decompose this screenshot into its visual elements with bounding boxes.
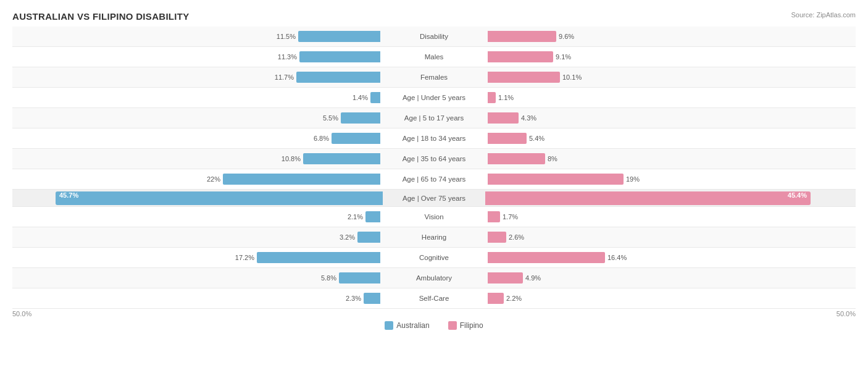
row-label: Cognitive (383, 254, 485, 261)
row-label: Vision (383, 213, 485, 220)
table-row: 1.4%Age | Under 5 years1.1% (12, 88, 856, 108)
row-label: Males (383, 53, 485, 61)
row-label: Age | 18 to 34 years (383, 135, 485, 142)
row-label: Age | Under 5 years (383, 94, 485, 101)
australian-color-box (385, 321, 393, 330)
row-label: Age | 5 to 17 years (383, 114, 485, 122)
chart-area: 11.5%Disability9.6%11.3%Males9.1%11.7%Fe… (12, 27, 856, 309)
table-row: 10.8%Age | 35 to 64 years8% (12, 149, 856, 169)
table-row: 11.3%Males9.1% (12, 47, 856, 67)
legend: Australian Filipino (12, 321, 856, 330)
row-label: Age | 65 to 74 years (383, 175, 485, 183)
table-row: 3.2%Hearing2.6% (12, 227, 856, 248)
row-label: Females (383, 74, 485, 81)
row-label: Age | 35 to 64 years (383, 155, 485, 162)
axis-right: 50.0% (484, 310, 856, 317)
row-label: Disability (383, 33, 485, 40)
legend-filipino: Filipino (448, 321, 483, 330)
chart-title: AUSTRALIAN VS FILIPINO DISABILITY (12, 11, 856, 22)
table-row: 5.5%Age | 5 to 17 years4.3% (12, 108, 856, 128)
table-row: 11.5%Disability9.6% (12, 27, 856, 47)
source-label: Source: ZipAtlas.com (791, 11, 856, 19)
row-label: Self-Care (383, 295, 485, 302)
row-label: Hearing (383, 233, 485, 241)
table-row: 22%Age | 65 to 74 years19% (12, 169, 856, 190)
table-row: 2.3%Self-Care2.2% (12, 288, 856, 309)
axis-row: 50.0% 50.0% (12, 310, 856, 317)
australian-label: Australian (396, 321, 429, 330)
table-row: 45.7%Age | Over 75 years45.4% (12, 190, 856, 207)
legend-australian: Australian (385, 321, 429, 330)
row-label: Ambulatory (383, 274, 485, 282)
table-row: 2.1%Vision1.7% (12, 207, 856, 227)
chart-container: AUSTRALIAN VS FILIPINO DISABILITY Source… (0, 0, 868, 378)
table-row: 11.7%Females10.1% (12, 67, 856, 88)
axis-left: 50.0% (12, 310, 384, 317)
filipino-color-box (448, 321, 457, 330)
table-row: 17.2%Cognitive16.4% (12, 248, 856, 268)
table-row: 5.8%Ambulatory4.9% (12, 268, 856, 288)
filipino-label: Filipino (460, 321, 483, 330)
table-row: 6.8%Age | 18 to 34 years5.4% (12, 128, 856, 149)
